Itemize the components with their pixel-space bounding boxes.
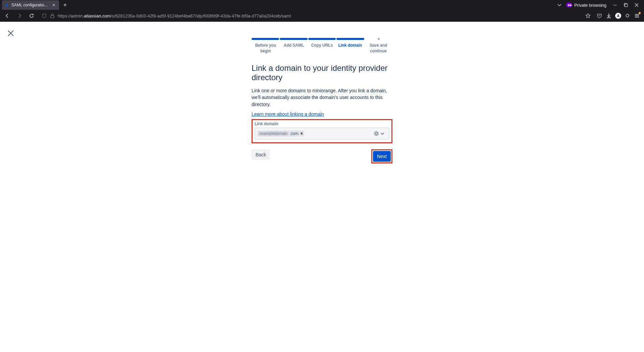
svg-rect-0 — [613, 5, 617, 5]
step-before-you-begin: Before you begin — [252, 43, 280, 54]
bookmark-star-icon[interactable] — [585, 13, 591, 19]
step-copy-urls: Copy URLs — [308, 43, 336, 54]
tabs-list-icon[interactable] — [556, 2, 563, 8]
link-domain-label: Link domain — [255, 121, 389, 126]
svg-rect-2 — [625, 4, 628, 7]
pocket-icon[interactable] — [596, 13, 602, 19]
remove-chip-icon[interactable]: × — [301, 131, 303, 136]
progress-seg-2 — [280, 38, 307, 40]
shield-icon[interactable] — [42, 13, 47, 18]
minimize-window-icon[interactable] — [612, 2, 619, 8]
private-browsing-label: Private browsing — [574, 3, 606, 8]
tab-bar: SAML configuration - Cle × + Private bro… — [0, 0, 644, 10]
extensions-icon[interactable] — [625, 13, 631, 19]
lock-icon[interactable] — [50, 13, 55, 18]
link-domain-field-highlight: Link domain exampledomain.com × × — [252, 119, 392, 143]
browser-tab[interactable]: SAML configuration - Cle × — [2, 0, 59, 10]
atlassian-favicon-icon — [5, 3, 9, 7]
reload-icon[interactable] — [27, 11, 36, 20]
mask-icon — [566, 3, 572, 7]
close-tab-icon[interactable]: × — [51, 2, 56, 8]
page-heading: Link a domain to your identity provider … — [252, 63, 392, 83]
chip-text: exampledomain — [259, 131, 288, 136]
progress-seg-1 — [252, 38, 279, 40]
browser-chrome: SAML configuration - Cle × + Private bro… — [0, 0, 644, 21]
progress-seg-4 — [336, 38, 364, 40]
account-icon[interactable]: A — [615, 13, 621, 19]
downloads-icon[interactable] — [606, 13, 612, 19]
private-browsing-indicator: Private browsing — [566, 3, 606, 8]
page-description: Link one or more domains to miniorange. … — [252, 87, 392, 108]
new-tab-button[interactable]: + — [60, 0, 70, 10]
close-dialog-icon[interactable] — [5, 28, 16, 39]
chevron-down-icon[interactable] — [380, 131, 387, 136]
back-button[interactable]: Back — [252, 149, 270, 160]
wizard-container: Before you begin Add SAML Copy URLs Link… — [252, 22, 392, 163]
svg-rect-3 — [51, 15, 54, 18]
step-labels: Before you begin Add SAML Copy URLs Link… — [252, 43, 392, 54]
progress-indicator — [252, 38, 392, 40]
progress-seg-5 — [365, 38, 392, 40]
next-button[interactable]: Next — [373, 151, 391, 162]
close-window-icon[interactable] — [633, 2, 640, 8]
domain-chip: exampledomain.com × — [257, 131, 304, 137]
menu-icon[interactable] — [634, 13, 640, 19]
tab-title: SAML configuration - Cle — [11, 3, 49, 7]
page-content: Before you begin Add SAML Copy URLs Link… — [0, 21, 644, 352]
forward-nav-icon[interactable] — [15, 11, 24, 20]
step-save-continue: Save and continue — [364, 43, 392, 54]
next-button-highlight: Next — [371, 149, 392, 163]
link-domain-select[interactable]: exampledomain.com × × — [255, 128, 389, 140]
back-nav-icon[interactable] — [3, 11, 12, 20]
wizard-button-row: Back Next — [252, 149, 392, 163]
url-text: https://admin.atlassian.com/o/6281235a-0… — [58, 13, 291, 18]
step-add-saml: Add SAML — [280, 43, 308, 54]
chip-suffix: .com — [290, 131, 299, 136]
progress-seg-3 — [308, 38, 336, 40]
learn-more-link[interactable]: Learn more about linking a domain — [252, 111, 324, 117]
step-link-domain: Link domain — [336, 43, 364, 54]
nav-bar: https://admin.atlassian.com/o/6281235a-0… — [0, 10, 644, 21]
clear-selection-icon[interactable]: × — [374, 131, 379, 136]
address-bar[interactable]: https://admin.atlassian.com/o/6281235a-0… — [39, 11, 594, 21]
maximize-window-icon[interactable] — [623, 2, 629, 8]
